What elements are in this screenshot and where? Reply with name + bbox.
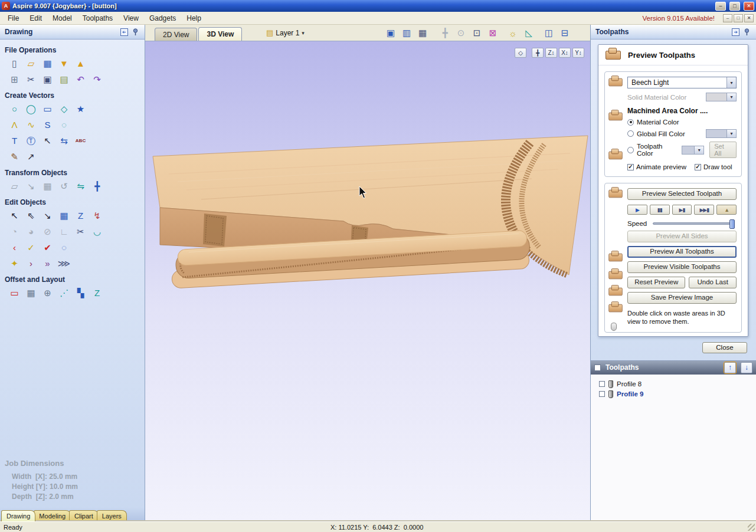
z-axis-view-icon[interactable]: Z↕ [545,48,557,58]
play-button[interactable]: ▶ [627,205,647,215]
menu-file[interactable]: File [2,12,24,24]
close-window-button[interactable]: ✕ [744,2,754,11]
measure-icon[interactable]: ↗ [25,150,37,163]
text-abc-icon[interactable]: ABC [74,134,87,147]
zoom-tool-icon[interactable]: ⊙ [454,27,467,40]
collapse-panel-icon[interactable] [119,27,129,37]
radio-global-fill-color[interactable]: Global Fill Color ▾ [627,129,737,138]
text-spacing-icon[interactable]: ⇆ [58,134,70,147]
fit-arcs-icon[interactable]: ‹ [8,241,21,254]
radio-material-color[interactable]: Material Color [627,119,737,126]
draw-star-icon[interactable]: ★ [74,103,87,115]
align-objects-icon[interactable]: ▦ [41,180,54,192]
speed-slider[interactable] [653,222,734,225]
shading-toggle-icon[interactable]: ☼ [506,27,519,40]
resize-grip-icon[interactable] [748,524,755,531]
pause-button[interactable]: ▮▮ [650,205,670,215]
toolpaths-visibility-checkbox[interactable] [594,364,601,371]
weld-vectors-icon[interactable]: ◕ [25,225,37,238]
object-order-icon[interactable]: Z [74,209,87,222]
y-axis-view-icon[interactable]: Y↕ [572,48,584,58]
tab-2d-view[interactable]: 2D View [155,28,197,41]
slider-thumb[interactable] [729,219,735,229]
copy-along-vectors-icon[interactable]: ⋰ [58,287,70,299]
global-fill-color-picker[interactable]: ▾ [706,129,737,138]
mdi-close-button[interactable]: ✕ [744,14,754,22]
toolpath-color-picker[interactable]: ▾ [682,146,704,155]
tab-drawing[interactable]: Drawing [1,510,35,521]
zoom-window-icon[interactable]: ⊡ [470,27,483,40]
mirror-objects-icon[interactable]: ⇋ [74,180,87,192]
rotate-objects-icon[interactable]: ↺ [58,180,70,192]
rotate-view-icon[interactable]: ╋ [532,48,544,58]
draw-text-icon[interactable]: T [8,134,21,147]
preview-all-toolpaths-button[interactable]: Preview All Toolpaths [627,246,737,258]
menu-help[interactable]: Help [181,12,207,24]
tab-clipart[interactable]: Clipart [69,510,99,521]
draw-circle-icon[interactable]: ○ [8,103,21,115]
close-vector-icon[interactable]: » [41,257,54,270]
block-layout-icon[interactable]: ▚ [74,287,87,299]
save-file-icon[interactable]: ▦ [41,57,54,70]
tab-3d-view[interactable]: 3D View [198,27,242,41]
preview-visible-toolpaths-button[interactable]: Preview Visible Toolpaths [627,261,737,273]
draw-arc-icon[interactable]: ◌ [58,119,70,131]
undo-icon[interactable]: ↶ [74,73,87,86]
text-select-icon[interactable]: ↖ [41,134,54,147]
mdi-restore-button[interactable]: □ [734,14,743,22]
slice-vectors-icon[interactable]: ∟ [58,225,70,238]
new-file-icon[interactable]: ▯ [8,57,21,70]
tab-modeling[interactable]: Modeling [34,510,71,521]
skip-end-button[interactable]: ▶▶▮ [694,205,714,215]
snap-grid-icon[interactable]: ▦ [416,27,429,40]
solid-material-color-picker[interactable]: ▾ [706,93,737,101]
menu-gadgets[interactable]: Gadgets [144,12,181,24]
text-on-curve-icon[interactable]: ✎ [8,150,21,163]
iso-view-icon[interactable]: ◇ [515,48,526,58]
paste-icon[interactable]: ▤ [58,73,70,86]
toolpath-item[interactable]: Profile 9 [591,389,756,399]
fillet-tool-icon[interactable]: ◡ [91,225,103,238]
material-select[interactable]: Beech Light ▾ [627,77,737,88]
minimize-button[interactable]: – [715,2,726,11]
tile-horizontal-icon[interactable]: ◫ [542,27,555,40]
select-tool-icon[interactable]: ↖ [8,209,21,222]
measure-angle-icon[interactable]: ◺ [522,27,535,40]
draw-rectangle-icon[interactable]: ▭ [41,103,54,115]
draw-polygon-icon[interactable]: ◇ [58,103,70,115]
free-transform-icon[interactable]: ▱ [8,180,21,192]
animate-preview-checkbox[interactable]: ✓ Animate preview [627,163,686,170]
node-edit-icon[interactable]: ⇖ [25,209,37,222]
menu-toolpaths[interactable]: Toolpaths [77,12,118,24]
draw-polyline-icon[interactable]: Λ [8,119,21,131]
preview-all-sides-button[interactable]: Preview All Sides [627,231,737,242]
export-vectors-icon[interactable]: ▲ [74,57,87,70]
nest-parts-icon[interactable]: Z [91,287,103,299]
validate-vectors-icon[interactable]: ✔ [41,241,54,254]
menu-model[interactable]: Model [47,12,77,24]
offset-selection-icon[interactable]: ▭ [8,287,21,299]
3d-view-canvas[interactable]: ◇╋Z↕X↕Y↕ [145,41,590,521]
menu-view[interactable]: View [118,12,144,24]
reset-preview-button[interactable]: Reset Preview [627,277,685,288]
smooth-vector-icon[interactable]: ⋙ [58,257,70,270]
collapse-panel-icon[interactable] [731,27,740,37]
draw-tool-checkbox[interactable]: ✓ Draw tool [695,163,732,170]
copy-icon[interactable]: ▣ [41,73,54,86]
redo-icon[interactable]: ↷ [91,73,103,86]
subtract-vectors-icon[interactable]: ⊘ [41,225,54,238]
draw-curve-icon[interactable]: ∿ [25,119,37,131]
pin-icon[interactable] [742,27,751,37]
circular-array-icon[interactable]: ⊕ [41,287,54,299]
extend-vector-icon[interactable]: › [25,257,37,270]
mdi-minimize-button[interactable]: – [723,14,732,22]
finish-button[interactable]: ▲ [716,205,737,215]
save-preview-image-button[interactable]: Save Preview Image [627,292,737,304]
offset-vectors-icon[interactable]: ◔ [8,225,21,238]
set-size-icon[interactable]: ↘ [25,180,37,192]
toggle-single-view-icon[interactable]: ▣ [384,27,397,40]
close-button[interactable]: Close [702,342,747,353]
interactive-selection-icon[interactable]: ↘ [41,209,54,222]
import-vectors-icon[interactable]: ▼ [58,57,70,70]
move-objects-icon[interactable]: ╋ [91,180,103,192]
